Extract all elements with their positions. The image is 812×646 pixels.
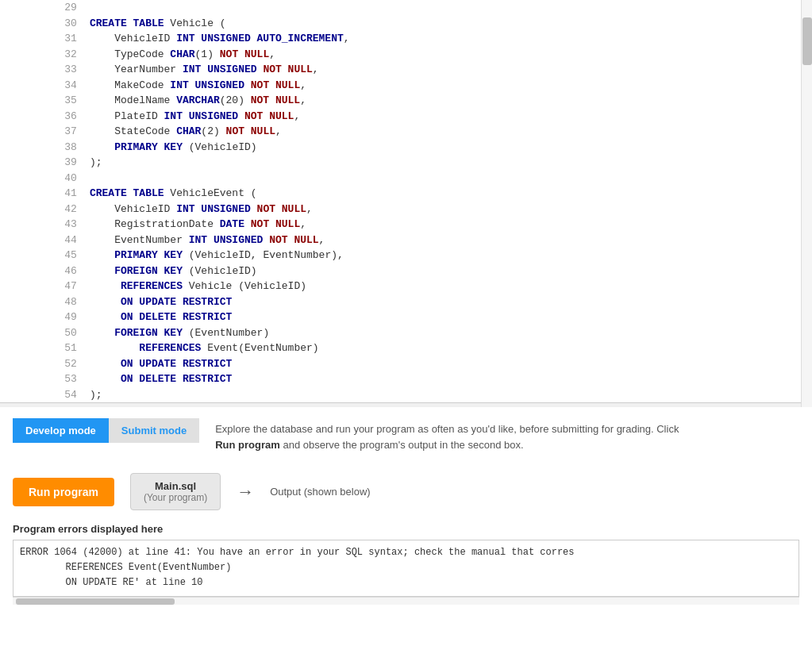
line-code: PRIMARY KEY (VehicleID, EventNumber), bbox=[87, 248, 812, 263]
error-box: ERROR 1064 (42000) at line 41: You have … bbox=[13, 540, 799, 597]
arrow-icon: → bbox=[237, 482, 254, 502]
program-sub: (Your program) bbox=[144, 492, 207, 503]
submit-mode-button[interactable]: Submit mode bbox=[109, 418, 199, 443]
line-code: ON UPDATE RESTRICT bbox=[87, 294, 812, 310]
program-name: Main.sql bbox=[144, 480, 207, 492]
line-code: ModelName VARCHAR(20) NOT NULL, bbox=[87, 93, 812, 109]
editor-resize-handle[interactable]: ◢ bbox=[0, 402, 812, 407]
run-bar: Run program Main.sql (Your program) → Ou… bbox=[0, 460, 812, 523]
errors-section: Program errors displayed here ERROR 1064… bbox=[0, 523, 812, 613]
line-code: PRIMARY KEY (VehicleID) bbox=[87, 140, 812, 156]
line-number: 49 bbox=[0, 310, 87, 325]
table-row: 38 PRIMARY KEY (VehicleID) bbox=[0, 140, 812, 156]
line-number: 51 bbox=[0, 340, 87, 356]
code-editor[interactable]: 2930CREATE TABLE Vehicle (31 VehicleID I… bbox=[0, 0, 812, 407]
line-number: 35 bbox=[0, 93, 87, 109]
line-number: 52 bbox=[0, 356, 87, 372]
line-code: ON UPDATE RESTRICT bbox=[87, 356, 812, 372]
line-code: RegistrationDate DATE NOT NULL, bbox=[87, 217, 812, 233]
line-number: 40 bbox=[0, 171, 87, 186]
line-code: ); bbox=[87, 387, 812, 403]
table-row: 29 bbox=[0, 0, 812, 16]
h-scrollbar-thumb bbox=[16, 598, 175, 605]
line-code: ON DELETE RESTRICT bbox=[87, 310, 812, 325]
line-code: TypeCode CHAR(1) NOT NULL, bbox=[87, 47, 812, 63]
mode-desc-bold: Run program bbox=[215, 439, 280, 451]
vertical-scrollbar[interactable] bbox=[801, 0, 812, 407]
table-row: 31 VehicleID INT UNSIGNED AUTO_INCREMENT… bbox=[0, 31, 812, 47]
table-row: 52 ON UPDATE RESTRICT bbox=[0, 356, 812, 372]
line-code: EventNumber INT UNSIGNED NOT NULL, bbox=[87, 233, 812, 248]
line-number: 45 bbox=[0, 248, 87, 263]
line-code: YearNumber INT UNSIGNED NOT NULL, bbox=[87, 62, 812, 78]
line-code bbox=[87, 0, 812, 16]
line-code: REFERENCES Vehicle (VehicleID) bbox=[87, 279, 812, 294]
table-row: 42 VehicleID INT UNSIGNED NOT NULL, bbox=[0, 202, 812, 217]
line-number: 42 bbox=[0, 202, 87, 217]
line-number: 38 bbox=[0, 140, 87, 156]
develop-mode-button[interactable]: Develop mode bbox=[13, 418, 109, 443]
line-number: 41 bbox=[0, 186, 87, 202]
table-row: 30CREATE TABLE Vehicle ( bbox=[0, 16, 812, 32]
line-code: CREATE TABLE VehicleEvent ( bbox=[87, 186, 812, 202]
table-row: 44 EventNumber INT UNSIGNED NOT NULL, bbox=[0, 233, 812, 248]
table-row: 33 YearNumber INT UNSIGNED NOT NULL, bbox=[0, 62, 812, 78]
line-code: VehicleID INT UNSIGNED AUTO_INCREMENT, bbox=[87, 31, 812, 47]
code-table: 2930CREATE TABLE Vehicle (31 VehicleID I… bbox=[0, 0, 812, 402]
line-number: 47 bbox=[0, 279, 87, 294]
scrollbar-thumb bbox=[802, 17, 812, 65]
table-row: 37 StateCode CHAR(2) NOT NULL, bbox=[0, 124, 812, 140]
line-number: 54 bbox=[0, 387, 87, 403]
table-row: 49 ON DELETE RESTRICT bbox=[0, 310, 812, 325]
line-code: VehicleID INT UNSIGNED NOT NULL, bbox=[87, 202, 812, 217]
mode-buttons: Develop mode Submit mode bbox=[13, 418, 199, 443]
line-code bbox=[87, 171, 812, 186]
line-number: 44 bbox=[0, 233, 87, 248]
table-row: 41CREATE TABLE VehicleEvent ( bbox=[0, 186, 812, 202]
horizontal-scrollbar[interactable] bbox=[13, 597, 799, 605]
output-label: Output (shown below) bbox=[270, 486, 370, 498]
line-number: 37 bbox=[0, 124, 87, 140]
line-number: 32 bbox=[0, 47, 87, 63]
table-row: 46 FOREIGN KEY (VehicleID) bbox=[0, 263, 812, 279]
line-number: 43 bbox=[0, 217, 87, 233]
table-row: 34 MakeCode INT UNSIGNED NOT NULL, bbox=[0, 78, 812, 94]
line-number: 29 bbox=[0, 0, 87, 16]
table-row: 40 bbox=[0, 171, 812, 186]
line-number: 30 bbox=[0, 16, 87, 32]
program-box: Main.sql (Your program) bbox=[130, 473, 221, 510]
line-code: REFERENCES Event(EventNumber) bbox=[87, 340, 812, 356]
line-number: 36 bbox=[0, 109, 87, 125]
line-number: 46 bbox=[0, 263, 87, 279]
line-code: StateCode CHAR(2) NOT NULL, bbox=[87, 124, 812, 140]
mode-description: Explore the database and run your progra… bbox=[215, 418, 691, 452]
mode-bar: Develop mode Submit mode Explore the dat… bbox=[0, 407, 812, 460]
table-row: 43 RegistrationDate DATE NOT NULL, bbox=[0, 217, 812, 233]
line-number: 34 bbox=[0, 78, 87, 94]
errors-title: Program errors displayed here bbox=[13, 523, 799, 535]
line-number: 53 bbox=[0, 371, 87, 387]
table-row: 53 ON DELETE RESTRICT bbox=[0, 371, 812, 387]
code-editor-wrapper: 2930CREATE TABLE Vehicle (31 VehicleID I… bbox=[0, 0, 812, 613]
line-number: 33 bbox=[0, 62, 87, 78]
line-code: MakeCode INT UNSIGNED NOT NULL, bbox=[87, 78, 812, 94]
table-row: 39); bbox=[0, 155, 812, 171]
line-code: FOREIGN KEY (VehicleID) bbox=[87, 263, 812, 279]
table-row: 48 ON UPDATE RESTRICT bbox=[0, 294, 812, 310]
line-code: FOREIGN KEY (EventNumber) bbox=[87, 325, 812, 341]
mode-desc-text: Explore the database and run your progra… bbox=[215, 423, 679, 435]
line-number: 48 bbox=[0, 294, 87, 310]
table-row: 32 TypeCode CHAR(1) NOT NULL, bbox=[0, 47, 812, 63]
line-number: 39 bbox=[0, 155, 87, 171]
table-row: 35 ModelName VARCHAR(20) NOT NULL, bbox=[0, 93, 812, 109]
line-code: PlateID INT UNSIGNED NOT NULL, bbox=[87, 109, 812, 125]
table-row: 50 FOREIGN KEY (EventNumber) bbox=[0, 325, 812, 341]
line-number: 31 bbox=[0, 31, 87, 47]
table-row: 36 PlateID INT UNSIGNED NOT NULL, bbox=[0, 109, 812, 125]
table-row: 47 REFERENCES Vehicle (VehicleID) bbox=[0, 279, 812, 294]
table-row: 45 PRIMARY KEY (VehicleID, EventNumber), bbox=[0, 248, 812, 263]
table-row: 54); bbox=[0, 387, 812, 403]
run-program-button[interactable]: Run program bbox=[13, 478, 114, 506]
line-code: CREATE TABLE Vehicle ( bbox=[87, 16, 812, 32]
line-code: ON DELETE RESTRICT bbox=[87, 371, 812, 387]
